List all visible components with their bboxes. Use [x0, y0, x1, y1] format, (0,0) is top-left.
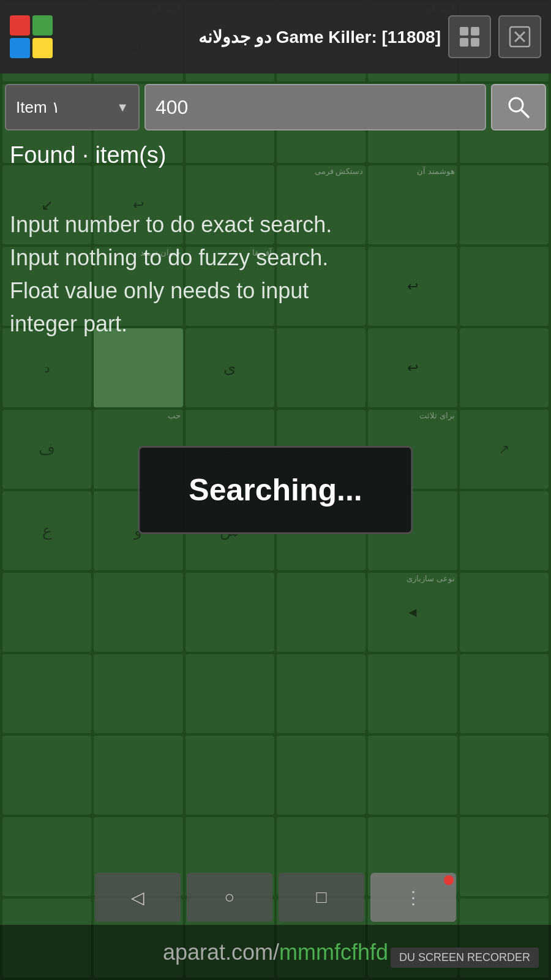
- search-input[interactable]: [144, 84, 486, 130]
- nav-more-button[interactable]: ⋮: [370, 873, 456, 922]
- game-cell: [460, 247, 549, 326]
- item-label: Item ١: [16, 98, 60, 117]
- game-cell: [460, 165, 549, 244]
- exit-button[interactable]: [498, 15, 541, 58]
- game-cell: [94, 328, 182, 407]
- game-cell: [94, 573, 182, 652]
- game-cell: [2, 736, 91, 815]
- game-cell: ف: [2, 410, 91, 489]
- recorder-badge: DU SCREEN RECORDER: [391, 948, 539, 968]
- watermark-text: aparat.com/mmmfcfhfd: [163, 940, 388, 965]
- game-cell: هوشمند آن: [368, 165, 457, 244]
- game-cell: [277, 328, 365, 407]
- nav-recent-button[interactable]: □: [279, 873, 364, 922]
- game-cell: [186, 573, 274, 652]
- game-cell: [368, 654, 457, 733]
- item-dropdown[interactable]: Item ١ ▼: [5, 84, 140, 130]
- game-cell: [277, 573, 365, 652]
- search-button[interactable]: [491, 84, 546, 130]
- watermark-prefix: aparat.com/: [163, 940, 279, 965]
- game-cell: [460, 654, 549, 733]
- game-cell: [368, 736, 457, 815]
- chevron-down-icon: ▼: [116, 100, 129, 115]
- game-cell: [2, 573, 91, 652]
- nav-home-button[interactable]: ○: [187, 873, 272, 922]
- game-cell: [460, 328, 549, 407]
- game-cell: [460, 573, 549, 652]
- game-cell: [460, 491, 549, 570]
- game-cell: ع: [2, 491, 91, 570]
- game-cell: [277, 654, 365, 733]
- bottom-nav: ◁ ○ □ ⋮: [0, 870, 551, 925]
- game-cell: دستکش فرمی: [277, 165, 365, 244]
- game-cell: [2, 654, 91, 733]
- grid-button[interactable]: [448, 15, 491, 58]
- app-title: Game Killer: [11808] دو جدولانه: [60, 27, 441, 47]
- logo-red: [10, 15, 30, 36]
- game-cell: ↩: [94, 165, 182, 244]
- logo-blue: [10, 38, 30, 58]
- game-cell: د: [2, 328, 91, 407]
- game-cell: [2, 247, 91, 326]
- game-cell: [94, 654, 182, 733]
- svg-rect-3: [471, 38, 479, 47]
- game-cell: حیوان تومند: [94, 247, 182, 326]
- notification-dot: [444, 875, 454, 885]
- game-cell: ی: [186, 328, 274, 407]
- game-cell: [460, 736, 549, 815]
- watermark-highlight: mmmfcfhfd: [279, 940, 388, 965]
- game-cell: [277, 736, 365, 815]
- game-cell: ↙: [2, 165, 91, 244]
- game-cell: [186, 654, 274, 733]
- searching-modal: Searching...: [138, 446, 413, 534]
- game-cell: ↗: [460, 410, 549, 489]
- game-cell: ↩: [368, 328, 457, 407]
- game-cell: ↩: [368, 247, 457, 326]
- top-bar: Game Killer: [11808] دو جدولانه: [0, 0, 551, 74]
- svg-rect-0: [460, 27, 468, 36]
- game-cell: [94, 736, 182, 815]
- game-cell: [186, 736, 274, 815]
- app-logo: [10, 15, 53, 58]
- game-cell: [186, 165, 274, 244]
- game-cell: نوعی سازبازی◄: [368, 573, 457, 652]
- watermark-bar: aparat.com/mmmfcfhfd DU SCREEN RECORDER: [0, 925, 551, 980]
- game-cell: آفریقا: [186, 247, 274, 326]
- game-cell: [277, 247, 365, 326]
- logo-yellow: [32, 38, 53, 58]
- svg-rect-2: [460, 38, 468, 47]
- svg-rect-1: [471, 27, 479, 36]
- searching-text: Searching...: [189, 473, 362, 507]
- svg-line-8: [521, 110, 528, 117]
- nav-back-button[interactable]: ◁: [95, 873, 181, 922]
- logo-green: [32, 15, 53, 36]
- search-bar: Item ١ ▼: [0, 77, 551, 138]
